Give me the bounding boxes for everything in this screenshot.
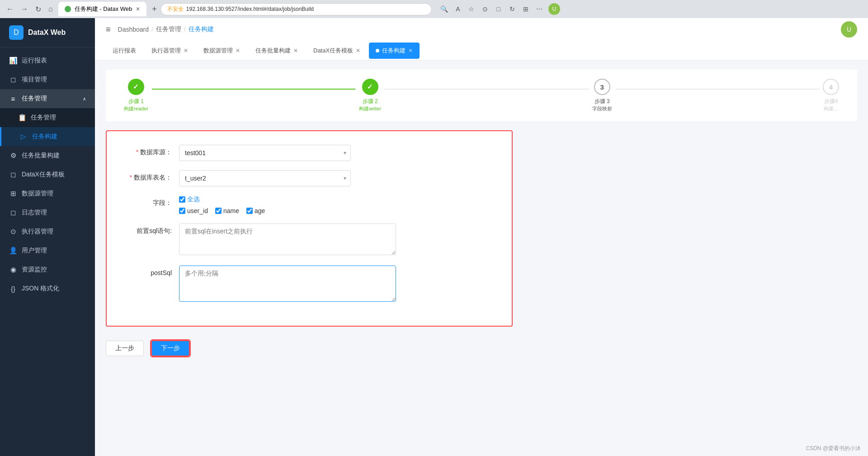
- fields-control: 全选 user_id name: [179, 195, 405, 214]
- sidebar-item-renwu-label: 任务管理: [22, 95, 47, 103]
- sidebar-item-ziyuan[interactable]: ◉ 资源监控: [0, 260, 95, 279]
- browser-forward-btn[interactable]: →: [19, 3, 30, 15]
- breadcrumb-mid[interactable]: 任务管理: [156, 25, 181, 33]
- sidebar-item-zhixingqi[interactable]: ⊙ 执行器管理: [0, 222, 95, 241]
- address-bar[interactable]: 不安全 192.168.36.130:9527/index.html#/data…: [160, 3, 432, 15]
- xiangmu-icon: ◻: [9, 76, 17, 84]
- checkbox-age[interactable]: age: [246, 207, 265, 214]
- checkbox-user-id[interactable]: user_id: [179, 207, 208, 214]
- search-icon[interactable]: 🔍: [440, 5, 449, 14]
- browser-action-bar: 🔍 A ☆ ⊙ □ ↻ ⊞ ⋯ U: [440, 3, 560, 15]
- sidebar-item-rizhi[interactable]: ◻ 日志管理: [0, 203, 95, 222]
- tab-zhixingqiguanli-close[interactable]: ✕: [184, 48, 188, 54]
- topbar-avatar[interactable]: U: [841, 21, 857, 38]
- sidebar-item-json[interactable]: {} JSON 格式化: [0, 279, 95, 298]
- sidebar-item-piliang[interactable]: ⚙ 任务批量构建: [0, 146, 95, 165]
- piliang-icon: ⚙: [9, 152, 17, 160]
- form-row-db-source: 数据库源： test001 test002 ▾: [125, 145, 494, 161]
- sidebar-item-renwu[interactable]: ≡ 任务管理 ∧: [0, 89, 95, 108]
- step-2-sublabel: 构建writer: [359, 105, 381, 112]
- shujuyuan-icon: ⊞: [9, 190, 17, 198]
- tab-dataxmuban[interactable]: DataX任务模板 ✕: [307, 43, 367, 59]
- tab-shujuyuanguanli[interactable]: 数据源管理 ✕: [197, 43, 247, 59]
- browser-chrome: ← → ↻ ⌂ 任务构建 - Datax Web ✕ + 不安全 192.168…: [0, 0, 868, 18]
- tab-piliang[interactable]: 任务批量构建 ✕: [249, 43, 305, 59]
- tab-piliang-label: 任务批量构建: [255, 47, 291, 55]
- refresh-icon[interactable]: ↻: [508, 5, 517, 14]
- logo-text: DataX Web: [28, 28, 66, 37]
- tab-renwugoujian-close[interactable]: ✕: [408, 48, 413, 54]
- breadcrumb-home[interactable]: Dashboard: [118, 26, 149, 33]
- tab-title: 任务构建 - Datax Web: [75, 5, 132, 13]
- step-3-sublabel: 字段映射: [592, 105, 612, 112]
- tab-zhixingqiguanli[interactable]: 执行器管理 ✕: [145, 43, 195, 59]
- active-browser-tab[interactable]: 任务构建 - Datax Web ✕: [58, 2, 147, 16]
- tab-zhixingqiguanli-label: 执行器管理: [151, 47, 181, 55]
- checkbox-select-all[interactable]: 全选: [179, 195, 200, 204]
- form-row-post-sql: postSql: [125, 266, 494, 303]
- browser-back-btn[interactable]: ←: [5, 3, 15, 15]
- post-sql-textarea[interactable]: [179, 266, 396, 302]
- checkbox-name[interactable]: name: [215, 207, 239, 214]
- browser-home-btn[interactable]: ⌂: [47, 3, 55, 15]
- tab-dataxmuban-close[interactable]: ✕: [356, 48, 360, 54]
- step-3: 3 步骤 3 字段映射: [592, 79, 612, 112]
- yonghu-icon: 👤: [9, 247, 17, 255]
- font-icon[interactable]: A: [453, 5, 462, 14]
- db-table-select[interactable]: t_user2 t_user1: [179, 170, 351, 186]
- more-icon[interactable]: ⋯: [535, 5, 544, 14]
- tab-piliang-close[interactable]: ✕: [293, 48, 298, 54]
- checkbox-age-input[interactable]: [246, 208, 253, 214]
- browser-refresh-btn[interactable]: ↻: [33, 3, 43, 15]
- topbar-menu-icon[interactable]: ≡: [106, 25, 111, 34]
- checkbox-select-all-input[interactable]: [179, 196, 185, 203]
- sidebar-item-renwugoujian-label: 任务构建: [32, 133, 57, 141]
- prev-button[interactable]: 上一步: [106, 341, 144, 356]
- tab-favicon: [65, 6, 71, 12]
- fields-checkboxes: user_id name age: [179, 207, 405, 214]
- sidebar-item-yunxing[interactable]: 📊 运行报表: [0, 51, 95, 70]
- add-tab-btn[interactable]: +: [152, 5, 157, 14]
- db-table-control: t_user2 t_user1 ▾: [179, 170, 351, 186]
- post-sql-control: [179, 266, 396, 303]
- sidebar: D DataX Web 📊 运行报表 ◻ 项目管理 ≡ 任务管理 ∧ 📋 任务管…: [0, 18, 95, 456]
- connector-2-3: [385, 89, 588, 90]
- sidebar-item-shujuyuan[interactable]: ⊞ 数据源管理: [0, 184, 95, 203]
- db-table-label: 数据库表名：: [125, 170, 179, 182]
- checkbox-user-id-input[interactable]: [179, 208, 185, 214]
- sidebar-logo: D DataX Web: [0, 18, 95, 48]
- rizhi-icon: ◻: [9, 209, 17, 217]
- sidebar-item-yonghu[interactable]: 👤 用户管理: [0, 241, 95, 260]
- tab-renwugoujian[interactable]: 任务构建 ✕: [369, 43, 420, 59]
- tab-yunxingbaobiao[interactable]: 运行报表: [106, 43, 143, 59]
- zhixingqi-icon: ⊙: [9, 228, 17, 236]
- db-source-select[interactable]: test001 test002: [179, 145, 351, 161]
- page-footer: CSDN @爱看书的小沐: [806, 445, 861, 452]
- extension-icon[interactable]: ⊙: [481, 5, 490, 14]
- db-source-select-wrapper: test001 test002 ▾: [179, 145, 351, 161]
- breadcrumb-sep1: /: [151, 26, 153, 33]
- sidebar-item-datax[interactable]: ◻ DataX任务模板: [0, 165, 95, 184]
- sidebar-item-rizhi-label: 日志管理: [22, 209, 47, 217]
- bookmark-bar-icon[interactable]: □: [494, 5, 503, 14]
- sidebar-submenu-renwu: 📋 任务管理 ▷ 任务构建: [0, 108, 95, 146]
- sidebar-menu: 📊 运行报表 ◻ 项目管理 ≡ 任务管理 ∧ 📋 任务管理 ▷ 任务构建: [0, 48, 95, 456]
- next-button[interactable]: 下一步: [151, 340, 190, 356]
- breadcrumb: Dashboard / 任务管理 / 任务构建: [118, 25, 214, 33]
- sidebar-item-xiangmu[interactable]: ◻ 项目管理: [0, 70, 95, 89]
- pre-sql-control: [179, 223, 396, 256]
- sidebar-item-renwugoujian[interactable]: ▷ 任务构建: [0, 127, 95, 146]
- sidebar-item-renwuguanli-label: 任务管理: [31, 114, 56, 122]
- step-2-circle: ✓: [362, 79, 378, 95]
- page-content: ✓ 步骤 1 构建reader ✓ 步骤 2 构建writer 3 步骤 3 字…: [95, 61, 868, 456]
- profile-icon[interactable]: ⊞: [521, 5, 530, 14]
- user-avatar[interactable]: U: [548, 3, 560, 15]
- tab-close-btn[interactable]: ✕: [136, 6, 140, 12]
- pre-sql-textarea[interactable]: [179, 223, 396, 255]
- bookmark-icon[interactable]: ☆: [467, 5, 476, 14]
- sidebar-item-renwuguanli[interactable]: 📋 任务管理: [0, 108, 95, 127]
- checkbox-name-input[interactable]: [215, 208, 222, 214]
- steps-container: ✓ 步骤 1 构建reader ✓ 步骤 2 构建writer 3 步骤 3 字…: [106, 70, 857, 121]
- sidebar-item-datax-label: DataX任务模板: [22, 171, 65, 179]
- tab-shujuyuanguanli-close[interactable]: ✕: [236, 48, 240, 54]
